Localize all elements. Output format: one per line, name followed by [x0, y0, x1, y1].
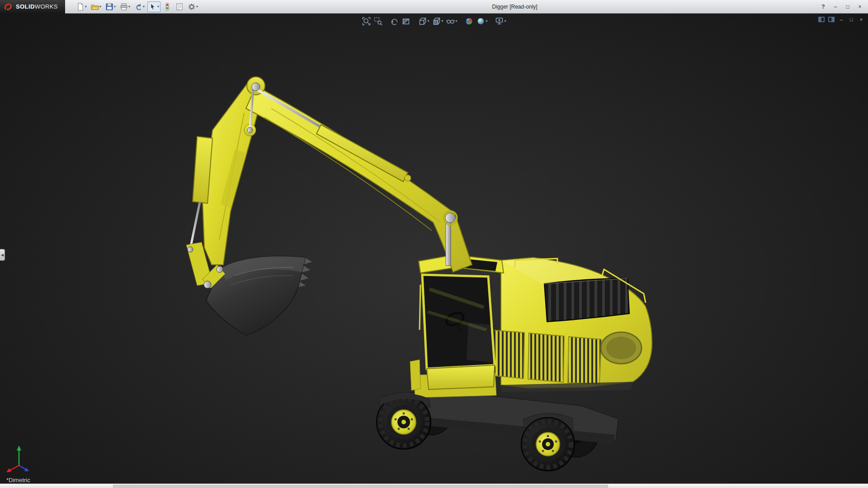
stick-cylinder[interactable] — [257, 89, 411, 182]
dropdown-caret-icon: ▾ — [455, 19, 457, 23]
rebuild-stoplight-icon — [163, 3, 171, 11]
zoom-to-area-button[interactable] — [373, 16, 383, 27]
file-properties-icon — [175, 3, 184, 11]
solidworks-logo-icon — [4, 2, 13, 11]
new-document-icon — [76, 3, 85, 11]
save-floppy-icon — [105, 3, 113, 11]
dropdown-caret-icon: ▾ — [85, 5, 87, 9]
previous-view-button[interactable] — [389, 16, 400, 27]
doc-restore-button[interactable]: □ — [847, 15, 855, 23]
dropdown-caret-icon: ▾ — [505, 19, 506, 23]
dropdown-caret-icon: ▾ — [99, 5, 101, 9]
file-properties-button[interactable] — [174, 1, 185, 12]
hide-show-glasses-icon — [446, 17, 455, 26]
doc-close-button[interactable]: × — [857, 15, 865, 23]
view-orientation-cube-icon — [418, 17, 427, 26]
engine-hood[interactable] — [544, 278, 629, 322]
side-grilles — [488, 330, 601, 384]
dropdown-caret-icon: ▾ — [427, 19, 429, 23]
tile-right-icon — [828, 16, 835, 23]
reference-triad — [5, 442, 37, 474]
doc-minimize-button[interactable]: – — [837, 15, 845, 23]
status-message-area — [113, 485, 608, 488]
main-boom[interactable] — [246, 77, 472, 272]
front-step — [410, 360, 420, 390]
previous-view-icon — [390, 17, 399, 26]
titlebar: SOLIDWORKS ▾ ▾ ▾ — [0, 0, 868, 14]
dropdown-caret-icon: ▾ — [441, 19, 443, 23]
featuremanager-collapse-tab[interactable]: ◀ — [0, 249, 5, 261]
undo-button[interactable]: ▾ — [133, 1, 146, 12]
zoom-to-fit-icon — [362, 17, 371, 26]
tile-left-icon — [818, 16, 825, 23]
view-orientation-label: *Dimetric — [6, 477, 30, 483]
tile-right-button[interactable] — [827, 15, 835, 23]
tile-left-button[interactable] — [817, 15, 826, 23]
status-bar — [0, 483, 868, 488]
y-axis-arrow — [17, 446, 21, 450]
options-gear-icon — [188, 3, 196, 11]
dropdown-caret-icon: ▾ — [196, 5, 198, 9]
collapse-arrow-icon: ◀ — [1, 253, 4, 257]
edit-appearance-button[interactable] — [464, 16, 475, 27]
display-style-button[interactable]: ▾ — [431, 16, 444, 27]
minimize-button[interactable]: – — [830, 2, 841, 11]
solidworks-logo-text: SOLIDWORKS — [16, 3, 58, 10]
view-settings-icon — [495, 17, 504, 26]
close-button[interactable]: × — [854, 2, 865, 11]
window-title: Digger [Read-only] — [492, 4, 538, 10]
graphics-area[interactable]: ▾ ▾ ▾ — [0, 14, 868, 483]
solidworks-logo: SOLIDWORKS — [0, 0, 65, 14]
edit-appearance-ball-icon — [465, 17, 474, 26]
rear-window — [601, 332, 642, 364]
document-window-controls: – □ × — [817, 15, 865, 23]
hide-show-items-button[interactable]: ▾ — [445, 16, 458, 27]
view-orientation-button[interactable]: ▾ — [417, 16, 430, 27]
rear-wheel[interactable] — [521, 418, 575, 471]
new-document-button[interactable]: ▾ — [75, 1, 88, 12]
section-view-button[interactable] — [401, 16, 411, 27]
select-cursor-icon — [149, 3, 157, 11]
maximize-button[interactable]: □ — [842, 2, 853, 11]
engine-housing[interactable] — [488, 258, 652, 392]
help-button[interactable]: ? — [818, 2, 829, 11]
undo-arrow-icon — [134, 3, 142, 11]
options-button[interactable]: ▾ — [186, 1, 199, 12]
select-tool-button[interactable]: ▾ — [147, 1, 160, 12]
zoom-to-fit-button[interactable] — [361, 16, 372, 27]
window-controls: ? – □ × — [818, 2, 868, 11]
apex-pin — [252, 83, 260, 91]
save-button[interactable]: ▾ — [104, 1, 117, 12]
digger-model[interactable] — [186, 77, 652, 471]
open-document-button[interactable]: ▾ — [90, 1, 103, 12]
headsup-view-toolbar: ▾ ▾ ▾ — [361, 16, 507, 27]
print-icon — [120, 3, 128, 11]
dropdown-caret-icon: ▾ — [114, 5, 116, 9]
cab[interactable] — [419, 255, 504, 389]
print-button[interactable]: ▾ — [118, 1, 132, 12]
apply-scene-button[interactable]: ▾ — [476, 16, 489, 27]
zoom-to-area-icon — [373, 17, 382, 26]
view-settings-button[interactable]: ▾ — [494, 16, 507, 27]
model-canvas[interactable] — [0, 14, 868, 483]
open-folder-icon — [91, 3, 99, 11]
dropdown-caret-icon: ▾ — [486, 19, 488, 23]
rebuild-button[interactable] — [162, 1, 173, 12]
quick-access-toolbar: ▾ ▾ ▾ ▾ — [75, 1, 199, 12]
dropdown-caret-icon: ▾ — [143, 5, 145, 9]
dropdown-caret-icon: ▾ — [128, 5, 130, 9]
apply-scene-sphere-icon — [476, 17, 486, 26]
dropdown-caret-icon: ▾ — [157, 5, 159, 9]
link-pin — [247, 127, 253, 133]
section-view-icon — [401, 17, 410, 26]
display-style-icon — [432, 17, 441, 26]
